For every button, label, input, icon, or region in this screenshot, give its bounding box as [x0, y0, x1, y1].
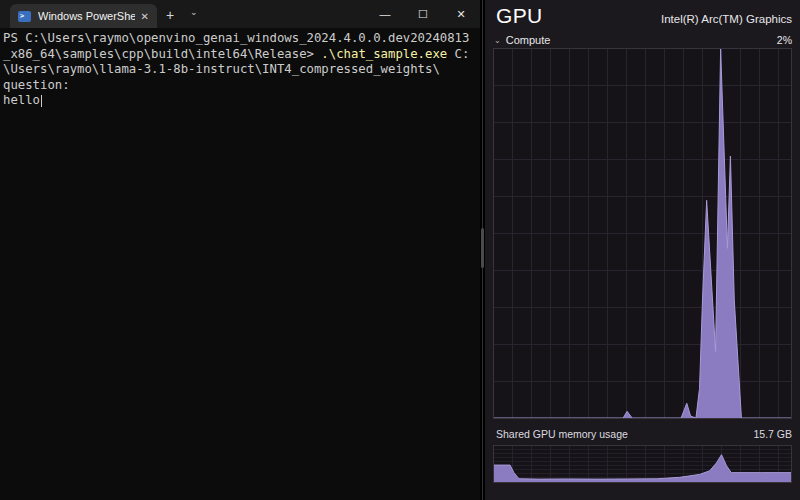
terminal-line: \Users\raymo\llama-3.1-8b-instruct\INT4_… — [3, 62, 480, 78]
new-tab-button[interactable]: + — [166, 6, 174, 24]
gpu-panel: GPU Intel(R) Arc(TM) Graphics ⌄ Compute … — [485, 0, 800, 500]
gpu-adapter-name: Intel(R) Arc(TM) Graphics — [661, 13, 792, 25]
shared-memory-total: 15.7 GB — [753, 428, 792, 440]
compute-row: ⌄ Compute 2% — [494, 34, 792, 46]
maximize-button[interactable]: ☐ — [404, 8, 442, 21]
gpu-title: GPU — [496, 4, 542, 28]
terminal-line: question: — [3, 78, 480, 94]
gpu-header: GPU Intel(R) Arc(TM) Graphics — [496, 4, 792, 28]
compute-utilization-value: 2% — [777, 34, 792, 46]
tab-dropdown-icon[interactable]: ⌄ — [190, 7, 198, 17]
terminal-line: PS C:\Users\raymo\openvino_genai_windows… — [3, 31, 480, 47]
shared-memory-label: Shared GPU memory usage — [496, 428, 628, 440]
compute-engine-selector[interactable]: Compute — [506, 34, 551, 46]
tab-close-icon[interactable]: ✕ — [141, 11, 149, 22]
tab-windows-powershell[interactable]: > Windows PowerShell ✕ — [10, 4, 157, 28]
minimize-button[interactable]: — — [366, 8, 404, 20]
scrollbar-thumb[interactable] — [481, 228, 484, 268]
text-cursor — [41, 95, 42, 107]
compute-utilization-chart[interactable] — [493, 48, 792, 419]
terminal-output[interactable]: PS C:\Users\raymo\openvino_genai_windows… — [0, 28, 480, 109]
window-controls: — ☐ ✕ — [366, 0, 480, 28]
powershell-icon: > — [18, 11, 31, 22]
terminal-tab-bar: > Windows PowerShell ✕ + ⌄ — ☐ ✕ — [0, 0, 480, 28]
chevron-down-icon[interactable]: ⌄ — [494, 36, 501, 45]
shared-memory-chart[interactable] — [493, 445, 792, 483]
powershell-window: > Windows PowerShell ✕ + ⌄ — ☐ ✕ PS C:\U… — [0, 0, 480, 500]
terminal-line: hello — [3, 93, 480, 109]
tab-title: Windows PowerShell — [38, 10, 135, 22]
close-button[interactable]: ✕ — [442, 8, 480, 21]
terminal-line: _x86_64\samples\cpp\build\intel64\Releas… — [3, 47, 480, 63]
memory-row: Shared GPU memory usage 15.7 GB — [496, 428, 792, 440]
